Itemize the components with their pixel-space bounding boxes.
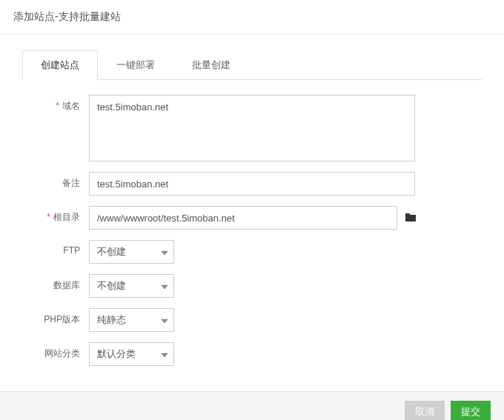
required-star: * (56, 101, 59, 111)
row-root: *根目录 (22, 206, 482, 230)
label-php-version: PHP版本 (22, 308, 89, 326)
label-ftp: FTP (22, 240, 89, 256)
cancel-button[interactable]: 取消 (405, 401, 445, 420)
tabs: 创建站点 一键部署 批量创建 (22, 50, 482, 80)
submit-button[interactable]: 提交 (451, 401, 491, 420)
select-display: 纯静态 (89, 308, 174, 332)
category-select[interactable]: 默认分类 (89, 342, 174, 366)
label-root: *根目录 (22, 206, 89, 224)
select-display: 默认分类 (89, 342, 174, 366)
row-php-version: PHP版本 纯静态 (22, 308, 482, 332)
label-category: 网站分类 (22, 342, 89, 360)
tab-create-site[interactable]: 创建站点 (22, 50, 98, 80)
dialog-footer: 取消 提交 (0, 391, 504, 420)
required-star: * (47, 212, 50, 222)
dialog-title: 添加站点-支持批量建站 (13, 10, 121, 22)
ftp-select[interactable]: 不创建 (89, 240, 174, 264)
row-ftp: FTP 不创建 (22, 240, 482, 264)
tab-one-click-deploy[interactable]: 一键部署 (98, 50, 173, 80)
php-select[interactable]: 纯静态 (89, 308, 174, 332)
root-input[interactable] (89, 206, 397, 230)
tab-label: 创建站点 (41, 59, 79, 70)
database-select[interactable]: 不创建 (89, 274, 174, 298)
select-display: 不创建 (89, 274, 174, 298)
label-database: 数据库 (22, 274, 89, 292)
row-remark: 备注 (22, 172, 482, 196)
row-domain: *域名 (22, 95, 482, 161)
tab-label: 一键部署 (116, 59, 155, 70)
tab-label: 批量创建 (192, 59, 231, 70)
select-display: 不创建 (89, 240, 174, 264)
label-remark: 备注 (22, 172, 89, 190)
row-category: 网站分类 默认分类 (22, 342, 482, 366)
tab-batch-create[interactable]: 批量创建 (173, 50, 249, 80)
row-database: 数据库 不创建 (22, 274, 482, 298)
folder-icon[interactable] (405, 212, 417, 224)
label-domain: *域名 (22, 95, 89, 113)
dialog-header: 添加站点-支持批量建站 (0, 0, 504, 35)
dialog-body: 创建站点 一键部署 批量创建 *域名 备注 *根目录 (0, 35, 504, 384)
remark-input[interactable] (89, 172, 415, 196)
domain-textarea[interactable] (89, 95, 415, 161)
